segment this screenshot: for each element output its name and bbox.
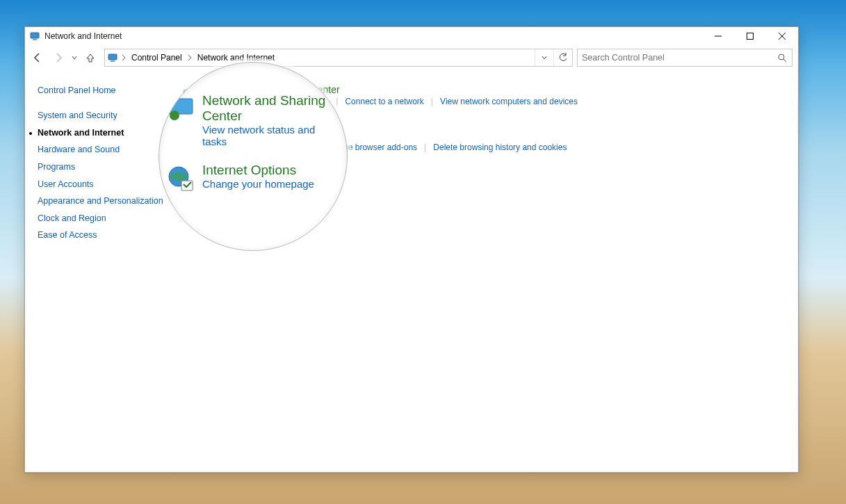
forward-button[interactable]	[49, 48, 68, 67]
sidebar-item-network-internet[interactable]: Network and Internet	[38, 128, 168, 139]
search-box[interactable]	[577, 49, 792, 67]
pc-icon	[105, 52, 120, 63]
svg-rect-7	[111, 60, 115, 62]
control-panel-window: Network and Internet Control Pan	[24, 26, 799, 473]
chevron-right-icon[interactable]	[186, 54, 193, 61]
svg-rect-3	[747, 33, 754, 40]
svg-rect-0	[31, 33, 39, 38]
control-panel-home[interactable]: Control Panel Home	[38, 86, 168, 95]
close-button[interactable]	[766, 27, 798, 45]
search-icon[interactable]	[772, 53, 792, 63]
svg-line-9	[783, 59, 786, 62]
link-delete-history[interactable]: Delete browsing history and cookies	[433, 143, 567, 152]
body: Control Panel Home System and Security N…	[25, 70, 798, 472]
sidebar-item-appearance[interactable]: Appearance and Personalization	[38, 196, 168, 207]
sidebar-item-clock-region[interactable]: Clock and Region	[38, 213, 168, 225]
svg-point-8	[779, 54, 784, 60]
sidebar-item-user-accounts[interactable]: User Accounts	[38, 179, 168, 190]
window-controls	[702, 27, 798, 45]
breadcrumb-level1[interactable]: Control Panel	[127, 53, 186, 63]
svg-point-15	[170, 111, 179, 120]
sidebar-item-system-security[interactable]: System and Security	[38, 111, 168, 122]
minimize-button[interactable]	[702, 27, 734, 45]
magnifier-network-sub: View network status and tasks	[202, 124, 341, 147]
toolbar: Control Panel Network and Internet	[25, 45, 798, 70]
svg-rect-6	[108, 54, 117, 60]
history-dropdown[interactable]	[70, 48, 79, 67]
back-button[interactable]	[28, 48, 47, 67]
magnifier-internet-sub: Change your homepage	[202, 178, 314, 190]
address-dropdown[interactable]	[535, 49, 553, 66]
magnifier-network-heading: Network and Sharing Center	[202, 93, 341, 124]
up-button[interactable]	[81, 48, 100, 67]
breadcrumb-level2[interactable]: Network and Internet	[193, 53, 279, 63]
link-view-network-devices[interactable]: View network computers and devices	[440, 97, 578, 106]
network-icon	[29, 31, 40, 42]
address-bar[interactable]: Control Panel Network and Internet	[104, 49, 573, 67]
sidebar-item-ease-of-access[interactable]: Ease of Access	[38, 230, 168, 241]
content: Network and Sharing Center View network …	[179, 70, 798, 472]
titlebar: Network and Internet	[25, 27, 798, 45]
link-connect-network[interactable]: Connect to a network	[345, 97, 423, 106]
sidebar-item-programs[interactable]: Programs	[38, 162, 168, 173]
maximize-button[interactable]	[734, 27, 766, 45]
chevron-right-icon[interactable]	[120, 54, 127, 61]
sidebar-item-hardware-sound[interactable]: Hardware and Sound	[38, 145, 168, 156]
window-title: Network and Internet	[44, 31, 122, 41]
search-input[interactable]	[578, 52, 772, 63]
svg-rect-1	[33, 39, 37, 40]
refresh-button[interactable]	[553, 49, 572, 66]
internet-options-icon	[165, 163, 198, 196]
magnifier-internet-heading: Internet Options	[202, 163, 314, 178]
magnifier-overlay: Network and Sharing Center View network …	[158, 62, 348, 251]
sidebar: Control Panel Home System and Security N…	[25, 70, 179, 472]
